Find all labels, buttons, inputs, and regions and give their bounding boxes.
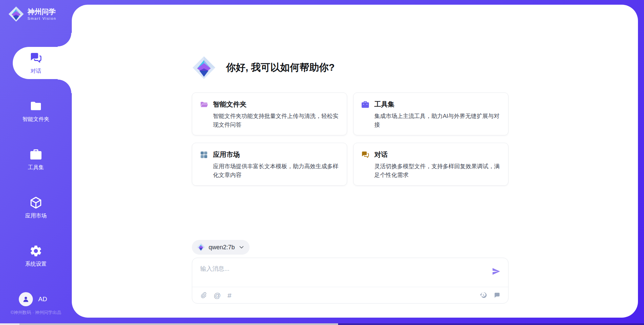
history-icon[interactable] [479,291,487,299]
sidebar-item-label: 应用市场 [25,212,47,219]
sidebar-item-label: 智能文件夹 [22,116,49,123]
greeting-text: 你好, 我可以如何帮助你? [226,61,335,74]
sidebar-item-toolset[interactable]: 工具集 [0,143,72,176]
scrollbar-track-cap [0,323,19,325]
brand-name: 神州问学 [28,8,56,16]
brand-diamond-icon [8,6,24,22]
main-panel: 你好, 我可以如何帮助你? 智能文件夹 智能文件夹功能支持批量文件上传与清洗，轻… [72,5,638,318]
model-selector[interactable]: qwen2:7b [192,240,250,255]
paperclip-icon[interactable] [200,291,207,299]
brand-subtitle: Smart Vision [28,16,56,20]
message-composer: @ # [192,258,508,304]
grid-icon [200,150,208,159]
card-description: 灵活切换多模型文件，支持多样回复效果调试，满足个性化需求 [374,162,501,179]
briefcase-icon [361,100,370,109]
sidebar-item-app-market[interactable]: 应用市场 [0,192,72,224]
avatar [19,292,33,306]
chat-bubbles-icon [361,150,370,159]
sidebar-item-label: 对话 [31,68,41,75]
sidebar-item-smart-folder[interactable]: 智能文件夹 [0,95,72,127]
gear-icon [29,244,43,258]
model-name: qwen2:7b [209,244,235,251]
card-title: 对话 [374,150,388,159]
card-title: 应用市场 [213,150,240,159]
greeting-row: 你好, 我可以如何帮助你? [192,56,335,80]
composer-toolbar: @ # [192,287,508,303]
user-initials: AD [38,296,47,303]
briefcase-icon [29,148,43,161]
brand-text: 神州问学 Smart Vision [28,8,56,20]
mention-icon[interactable]: @ [214,292,221,299]
card-chat[interactable]: 对话 灵活切换多模型文件，支持多样回复效果调试，满足个性化需求 [353,143,508,186]
hash-icon[interactable]: # [227,292,231,299]
folder-icon [29,100,43,113]
brand-diamond-icon [192,56,216,80]
card-toolset[interactable]: 工具集 集成市场上主流工具，助力AI与外界无缝扩展与对接 [353,92,508,135]
person-icon [21,295,30,304]
sidebar-nav: 对话 智能文件夹 工具集 应用市场 系统设置 [0,47,72,288]
copyright-text: ©神州数码 · 神州问学出品 [0,310,72,316]
card-head: 工具集 [361,100,501,109]
card-description: 智能文件夹功能支持批量文件上传与清洗，轻松实现文件问答 [213,112,339,129]
scrollbar-thumb[interactable] [19,323,338,325]
card-app-market[interactable]: 应用市场 应用市场提供丰富长文本模板，助力高效生成多样化文章内容 [192,143,347,186]
chevron-down-icon [238,244,245,251]
card-title: 工具集 [374,100,394,109]
sidebar-item-chat[interactable]: 对话 [0,47,72,79]
chat-bubbles-icon [29,51,43,65]
horizontal-scrollbar[interactable] [0,323,644,325]
card-description: 应用市场提供丰富长文本模板，助力高效生成多样化文章内容 [213,162,339,179]
card-head: 智能文件夹 [200,100,339,109]
sidebar-item-label: 系统设置 [25,261,47,268]
feature-cards: 智能文件夹 智能文件夹功能支持批量文件上传与清洗，轻松实现文件问答 工具集 集成… [192,92,508,186]
card-title: 智能文件夹 [213,100,247,109]
logo-diamond-icon [197,243,205,252]
app-window: 你好, 我可以如何帮助你? 智能文件夹 智能文件夹功能支持批量文件上传与清洗，轻… [0,0,644,325]
cube-icon [29,196,43,209]
main-content: 你好, 我可以如何帮助你? 智能文件夹 智能文件夹功能支持批量文件上传与清洗，轻… [192,5,508,318]
sidebar-item-label: 工具集 [28,164,44,171]
sidebar: 神州问学 Smart Vision 对话 智能文件夹 工具集 应用市场 [0,0,72,325]
brand: 神州问学 Smart Vision [8,6,56,22]
message-input[interactable] [192,258,474,285]
folder-open-icon [200,100,208,109]
sidebar-item-settings[interactable]: 系统设置 [0,240,72,272]
card-description: 集成市场上主流工具，助力AI与外界无缝扩展与对接 [374,112,501,129]
chat-bubble-icon[interactable] [493,291,501,299]
user-account[interactable]: AD [19,292,47,306]
send-icon[interactable] [491,267,501,276]
card-head: 应用市场 [200,150,339,159]
card-smart-folder[interactable]: 智能文件夹 智能文件夹功能支持批量文件上传与清洗，轻松实现文件问答 [192,92,347,135]
card-head: 对话 [361,150,501,159]
